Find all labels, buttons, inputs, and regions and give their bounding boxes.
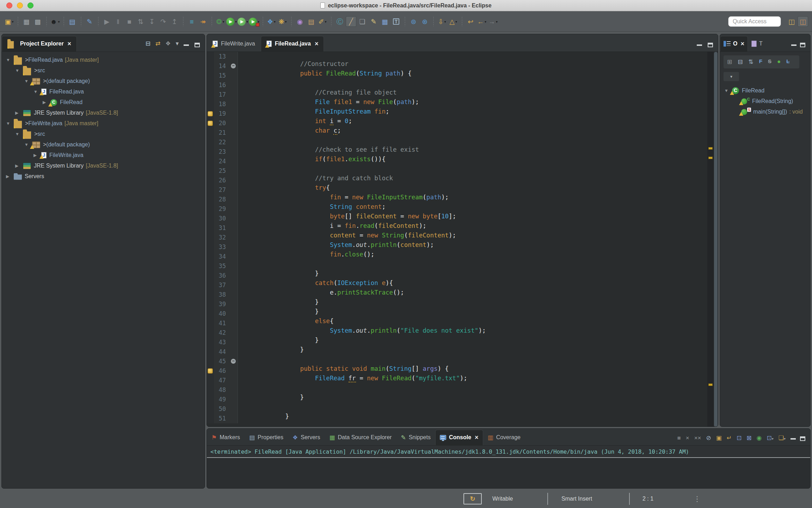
outline-item[interactable]: C FileRead(String) [720, 96, 810, 107]
outline-item[interactable]: S main(String[]) : void [720, 107, 810, 117]
toolbar-button[interactable]: ⊚ [408, 16, 419, 27]
warning-marker[interactable] [708, 383, 713, 386]
toolbar-button[interactable]: ⊛ [419, 16, 430, 27]
line-number[interactable]: 20 [214, 119, 229, 128]
toolbar-button[interactable] [182, 17, 185, 26]
expand-arrow-icon[interactable]: ▶ [15, 110, 23, 115]
console-toolbar-icon[interactable]: ■ [677, 435, 681, 442]
tree-item[interactable]: ▼ > (default package) [2, 139, 205, 150]
toolbar-button[interactable] [432, 17, 435, 26]
line-number[interactable]: 25 [214, 166, 229, 176]
line-number[interactable]: 21 [214, 128, 229, 138]
editor-tab[interactable]: FileWrite.java [207, 36, 261, 52]
line-number[interactable]: 27 [214, 185, 229, 195]
view-menu-icon[interactable]: ▾ [724, 72, 739, 81]
explorer-toolbar-icon[interactable]: ⇄ [155, 40, 160, 47]
toolbar-button[interactable]: ☻ ▾ [50, 16, 60, 27]
bottom-view-tab[interactable]: ❖ Servers [288, 430, 325, 445]
console-toolbar-icon[interactable]: ◉ [757, 434, 762, 442]
toolbar-button[interactable]: ▤ [306, 16, 316, 27]
line-number[interactable]: 49 [214, 395, 229, 404]
toolbar-button[interactable]: △ ▾ [448, 16, 459, 27]
line-number[interactable]: 51 [214, 414, 229, 423]
toolbar-button[interactable]: T [391, 16, 401, 27]
expand-arrow-icon[interactable]: ▼ [15, 132, 23, 137]
toolbar-button[interactable]: ✎ [84, 16, 95, 27]
outline-toolbar-icon[interactable]: S [768, 58, 771, 66]
tree-item[interactable]: ▼ FileRead.java [2, 86, 205, 97]
tree-item[interactable]: ▼ > (default package) [2, 76, 205, 86]
line-number[interactable]: 28 [214, 195, 229, 204]
toolbar-button[interactable]: ▶ [102, 16, 112, 27]
tree-item[interactable]: ▶ FileRead [2, 97, 205, 108]
overview-ruler[interactable] [707, 52, 714, 427]
toolbar-button[interactable]: ⇩ ▾ [437, 16, 447, 27]
minimize-view-icon[interactable] [791, 44, 796, 46]
outline-item[interactable]: ▼ FileRead [720, 85, 810, 96]
toolbar-button[interactable]: ↠ [198, 16, 208, 27]
toolbar-button[interactable]: ▦ [380, 16, 390, 27]
line-number[interactable]: 39 [214, 300, 229, 309]
toolbar-button[interactable]: ╱ [346, 16, 356, 27]
tab-tasks[interactable]: T [748, 36, 766, 52]
toolbar-button[interactable]: ↩ [465, 16, 476, 27]
toolbar-button[interactable]: ▣ ▾ [4, 16, 14, 27]
toolbar-button[interactable]: ▤ [67, 16, 78, 27]
line-number[interactable]: 19 [214, 109, 229, 119]
line-number[interactable]: 47 [214, 376, 229, 385]
expand-arrow-icon[interactable]: ▼ [15, 68, 23, 73]
tree-item[interactable]: ▼ > FileRead.java [Java master] [2, 55, 205, 65]
toolbar-button[interactable]: ◉ [295, 16, 305, 27]
line-number[interactable]: 46 [214, 366, 229, 376]
editor-scrollbar[interactable] [714, 52, 718, 427]
toolbar-button[interactable]: ❂ ▾ [215, 16, 226, 27]
toolbar-button[interactable]: ↧ [147, 16, 157, 27]
toolbar-button[interactable]: ❏ [357, 16, 368, 27]
line-number[interactable]: 45 [214, 357, 229, 366]
toolbar-button[interactable] [97, 17, 100, 26]
tree-item[interactable]: ▼ > FileWrite.java [Java master] [2, 118, 205, 129]
bottom-view-tab[interactable]: Console × [435, 430, 483, 445]
toolbar-button[interactable]: ❋ ▾ [277, 16, 288, 27]
toolbar-button[interactable]: ✐ ▾ [317, 16, 328, 27]
line-number[interactable]: 44 [214, 347, 229, 357]
collapse-icon[interactable]: − [231, 359, 236, 364]
bottom-view-tab[interactable]: ▤ Properties [245, 430, 288, 445]
line-number[interactable]: 48 [214, 385, 229, 395]
tab-project-explorer[interactable]: Project Explorer × [2, 36, 77, 52]
console-toolbar-icon[interactable]: ▣ [716, 434, 722, 442]
console-toolbar-icon[interactable]: ❏▾ [779, 434, 786, 442]
close-icon[interactable]: × [740, 40, 744, 48]
tree-item[interactable]: ▶ Servers [2, 171, 205, 182]
outline-toolbar-icon[interactable]: L [786, 58, 789, 66]
console-toolbar-icon[interactable]: ⊘ [706, 434, 711, 442]
bottom-view-tab[interactable]: ✎ Snippets [396, 430, 435, 445]
outline-toolbar-icon[interactable]: ● [777, 58, 781, 66]
line-number[interactable]: 34 [214, 252, 229, 261]
toolbar-button[interactable]: ▶ ▾ [238, 16, 248, 27]
line-number[interactable]: 50 [214, 404, 229, 414]
toolbar-button[interactable]: → ▾ [488, 16, 498, 27]
outline-toolbar-icon[interactable]: F [759, 58, 762, 66]
toolbar-button[interactable]: ↥ [169, 16, 180, 27]
warning-icon[interactable] [208, 121, 213, 126]
toolbar-button[interactable] [330, 17, 333, 26]
toolbar-button[interactable]: ↷ [158, 16, 168, 27]
line-number[interactable]: 42 [214, 328, 229, 338]
line-number[interactable]: 17 [214, 90, 229, 99]
warning-marker[interactable] [708, 157, 713, 159]
warning-icon[interactable] [208, 111, 213, 116]
toolbar-button[interactable] [290, 17, 293, 26]
line-number[interactable]: 16 [214, 80, 229, 90]
line-number[interactable]: 37 [214, 280, 229, 290]
close-icon[interactable]: × [475, 434, 479, 441]
line-number[interactable]: 33 [214, 242, 229, 252]
maximize-view-icon[interactable] [708, 43, 713, 47]
toolbar-button[interactable] [45, 17, 48, 26]
line-number[interactable]: 43 [214, 338, 229, 347]
tree-item[interactable]: ▼ > src [2, 129, 205, 139]
outline-toolbar-icon[interactable]: ⇅ [749, 58, 753, 66]
expand-arrow-icon[interactable]: ▼ [6, 121, 14, 126]
bottom-view-tab[interactable]: ▥ Coverage [483, 430, 525, 445]
perspective-button[interactable]: ◫ [786, 16, 797, 27]
